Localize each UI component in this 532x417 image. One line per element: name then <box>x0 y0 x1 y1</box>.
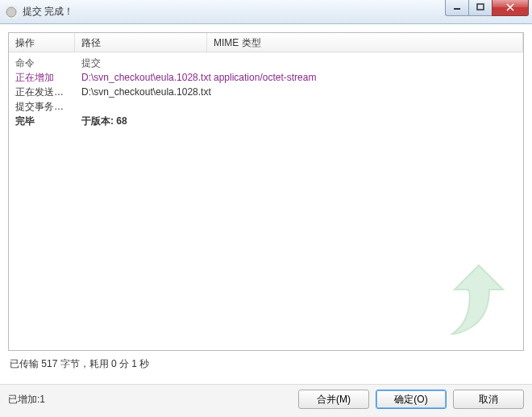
col-header-operation[interactable]: 操作 <box>9 33 75 52</box>
cell-path: D:\svn_checkout\eula.1028.txt <box>75 71 207 84</box>
col-header-mime[interactable]: MIME 类型 <box>207 33 523 52</box>
list-row[interactable]: 正在发送内容 D:\svn_checkout\eula.1028.txt <box>9 85 523 99</box>
window-controls <box>446 0 532 16</box>
cell-mime <box>207 100 523 113</box>
cell-op: 完毕 <box>9 115 75 127</box>
svg-rect-1 <box>454 8 460 10</box>
ok-button[interactable]: 确定(O) <box>376 390 447 409</box>
cell-path: 于版本: 68 <box>75 115 207 127</box>
cell-op: 正在增加 <box>9 71 75 84</box>
tortoise-arrow-icon <box>443 261 515 342</box>
list-row[interactable]: 命令 提交 <box>9 56 523 70</box>
bottom-bar: 已增加:1 合并(M) 确定(O) 取消 <box>0 384 532 417</box>
added-count: 已增加:1 <box>8 393 290 407</box>
cell-op: 提交事务中... <box>9 100 75 113</box>
maximize-button[interactable] <box>468 0 493 16</box>
list-row[interactable]: 提交事务中... <box>9 99 523 114</box>
cell-mime <box>207 85 523 98</box>
list-row[interactable]: 正在增加 D:\svn_checkout\eula.1028.txt appli… <box>9 70 523 85</box>
cell-mime: application/octet-stream <box>207 71 523 84</box>
log-list[interactable]: 操作 路径 MIME 类型 命令 提交 正在增加 D:\svn_checkout… <box>8 32 524 351</box>
app-icon <box>5 6 18 19</box>
cell-path <box>75 100 207 113</box>
svg-rect-2 <box>477 4 484 10</box>
titlebar[interactable]: 提交 完成！ <box>0 0 532 24</box>
col-header-path[interactable]: 路径 <box>75 33 207 52</box>
cell-mime <box>207 115 523 127</box>
cell-mime <box>207 56 523 69</box>
cell-op: 正在发送内容 <box>9 85 75 98</box>
commit-window: 提交 完成！ 操作 路径 MIME 类型 命令 提交 <box>0 0 532 417</box>
merge-button[interactable]: 合并(M) <box>298 390 369 409</box>
svg-point-0 <box>6 7 16 17</box>
list-body: 命令 提交 正在增加 D:\svn_checkout\eula.1028.txt… <box>9 52 523 131</box>
minimize-button[interactable] <box>445 0 469 16</box>
cancel-button[interactable]: 取消 <box>453 390 524 409</box>
close-button[interactable] <box>492 0 529 16</box>
transfer-status: 已传输 517 字节，耗用 0 分 1 秒 <box>8 351 524 376</box>
content-area: 操作 路径 MIME 类型 命令 提交 正在增加 D:\svn_checkout… <box>0 24 532 384</box>
cell-path: D:\svn_checkout\eula.1028.txt <box>75 85 207 98</box>
button-group: 合并(M) 确定(O) 取消 <box>298 390 524 409</box>
list-row[interactable]: 完毕 于版本: 68 <box>9 114 523 128</box>
cell-path: 提交 <box>75 56 207 69</box>
list-header: 操作 路径 MIME 类型 <box>9 33 523 52</box>
cell-op: 命令 <box>9 56 75 69</box>
window-title: 提交 完成！ <box>23 5 73 19</box>
